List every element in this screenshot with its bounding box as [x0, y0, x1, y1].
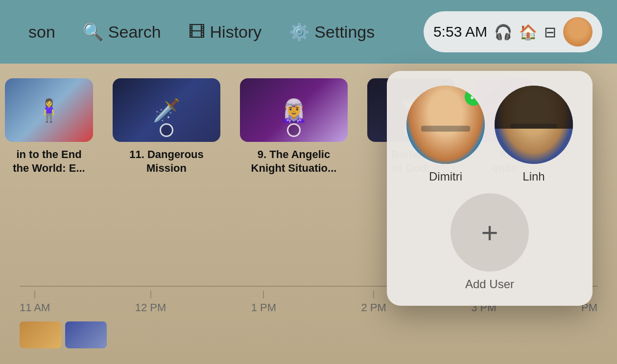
anime-figure-2: 🗡️	[153, 97, 180, 123]
timeline-label-1pm: 1 PM	[251, 301, 276, 314]
anime-figure-1: 🧍‍♀️	[35, 97, 63, 123]
add-user-button[interactable]: +	[451, 193, 529, 272]
media-card-1[interactable]: 🧍‍♀️ in to the End the World: E...	[5, 78, 93, 175]
user-name-dimitri: Dimitri	[429, 170, 462, 183]
timeline-tick-2pm: 2 PM	[361, 291, 386, 314]
timeline-label-2pm: 2 PM	[361, 301, 386, 314]
status-pill: 5:53 AM 🎧 🏠 ⊟	[424, 11, 602, 52]
timeline-label-11am: 11 AM	[20, 301, 50, 314]
anime-figure-3: 🧝‍♀️	[280, 97, 308, 123]
play-indicator-3	[287, 123, 301, 137]
play-indicator-2	[160, 123, 173, 137]
card-thumb-2: 🗡️	[113, 78, 220, 142]
media-card-3[interactable]: 🧝‍♀️ 9. The Angelic Knight Situatio...	[240, 78, 348, 175]
timeline-thumb-1	[20, 321, 61, 348]
add-user-label: Add User	[465, 277, 514, 291]
card-title-1: in to the End the World: E...	[13, 148, 85, 175]
home-icon: 🏠	[519, 23, 537, 41]
nav-settings-label: Settings	[314, 23, 375, 42]
timeline-tick-1pm: 1 PM	[251, 291, 276, 314]
user-item-linh[interactable]: Linh	[495, 86, 573, 183]
nav-search[interactable]: 🔍 Search	[69, 15, 175, 48]
history-icon: 🎞	[189, 23, 205, 42]
nav-season[interactable]: son	[15, 16, 69, 48]
timeline-tick-12pm: 12 PM	[135, 291, 166, 314]
tick-line	[150, 291, 151, 298]
tick-line	[263, 291, 264, 298]
search-icon: 🔍	[83, 22, 103, 42]
card-title-3: 9. The Angelic Knight Situatio...	[251, 148, 337, 175]
controls-icon: ⊟	[544, 23, 556, 41]
airpods-icon: 🎧	[494, 23, 512, 41]
nav-settings[interactable]: ⚙️ Settings	[275, 15, 388, 48]
nav-search-label: Search	[108, 23, 161, 42]
add-user-item[interactable]: + Add User	[451, 193, 529, 291]
avatar[interactable]	[563, 17, 593, 46]
user-item-dimitri[interactable]: ✓ Dimitri	[406, 86, 485, 183]
top-navigation: son 🔍 Search 🎞 History ⚙️ Settings 5:53 …	[0, 0, 617, 64]
card-title-2: 11. Dangerous Mission	[129, 148, 204, 175]
user-name-linh: Linh	[522, 170, 545, 183]
card-thumb-3: 🧝‍♀️	[240, 78, 348, 142]
timeline-thumbnails	[20, 321, 597, 348]
tick-line	[34, 291, 35, 298]
nav-history-label: History	[210, 23, 262, 42]
user-dropdown: ✓ Dimitri Linh + Add User	[387, 71, 593, 306]
nav-season-label: son	[28, 23, 55, 42]
active-check-badge: ✓	[465, 88, 482, 106]
avatar-linh	[495, 86, 573, 164]
tick-line	[373, 291, 374, 298]
timeline-tick-11am: 11 AM	[20, 291, 50, 314]
media-card-2[interactable]: 🗡️ 11. Dangerous Mission	[113, 78, 220, 175]
nav-history[interactable]: 🎞 History	[175, 16, 276, 48]
user-avatars-row: ✓ Dimitri Linh	[406, 86, 573, 183]
settings-icon: ⚙️	[289, 22, 309, 42]
timeline-thumb-2	[65, 321, 107, 348]
clock-time: 5:53 AM	[433, 23, 487, 40]
avatar-dimitri: ✓	[406, 86, 485, 164]
card-thumb-1: 🧍‍♀️	[5, 78, 93, 142]
add-icon: +	[481, 216, 498, 250]
timeline-label-12pm: 12 PM	[135, 301, 166, 314]
